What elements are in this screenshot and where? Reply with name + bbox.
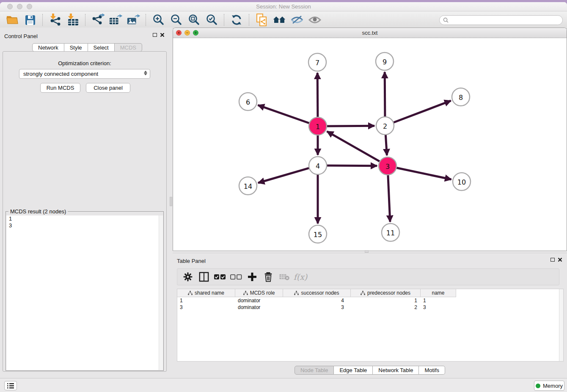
add-column-icon[interactable]	[245, 271, 259, 283]
settings-gear-icon[interactable]	[181, 271, 195, 283]
memory-status-icon	[536, 384, 540, 388]
edge-4-14[interactable]	[258, 168, 309, 183]
node-table[interactable]: shared name MCDS role successor nodes pr…	[177, 289, 564, 362]
network-view-window: × – + scc.txt 1234678910111415	[173, 28, 567, 251]
save-session-icon[interactable]	[23, 13, 37, 27]
delete-column-icon[interactable]	[261, 271, 275, 283]
search-input[interactable]	[451, 17, 559, 23]
result-item[interactable]: 3	[6, 222, 163, 229]
graph-node-8[interactable]: 8	[452, 88, 470, 106]
mcds-result-list[interactable]: 1 3	[6, 215, 163, 370]
tab-node-table[interactable]: Node Table	[295, 366, 334, 375]
task-history-button[interactable]	[4, 381, 17, 390]
graph-node-3[interactable]: 3	[379, 157, 396, 175]
show-graphics-details-icon[interactable]	[308, 13, 322, 27]
graph-node-9[interactable]: 9	[376, 52, 394, 70]
edge-2-8[interactable]	[394, 101, 451, 123]
column-header-name[interactable]: name	[421, 289, 456, 297]
edge-2-9[interactable]	[385, 72, 385, 117]
search-field[interactable]	[439, 15, 563, 25]
edge-3-1[interactable]	[327, 131, 380, 161]
network-window-titlebar: × – + scc.txt	[173, 28, 567, 38]
tab-select[interactable]: Select	[88, 43, 115, 52]
graph-node-15[interactable]: 15	[309, 225, 327, 243]
show-columns-icon[interactable]	[197, 271, 211, 283]
close-panel-button[interactable]: Close panel	[86, 83, 130, 93]
graph-node-11[interactable]: 11	[382, 224, 399, 241]
function-builder-icon[interactable]: f(x)	[293, 271, 308, 283]
graph-node-4[interactable]: 4	[309, 157, 327, 174]
column-header-predecessor-nodes[interactable]: predecessor nodes	[351, 289, 421, 297]
run-mcds-button[interactable]: Run MCDS	[40, 83, 80, 93]
duplicate-network-icon[interactable]	[255, 13, 268, 27]
edge-4-3[interactable]	[327, 166, 377, 166]
result-item[interactable]: 1	[6, 215, 163, 222]
network-title: scc.txt	[173, 30, 567, 36]
toolbar-separator	[85, 14, 85, 26]
home-view-icon[interactable]	[272, 13, 286, 27]
zoom-in-icon[interactable]	[151, 13, 165, 27]
tab-network-table[interactable]: Network Table	[373, 366, 419, 375]
svg-text:6: 6	[246, 98, 250, 106]
table-row[interactable]: 3 dominator 3 2 3	[177, 304, 563, 311]
export-table-icon[interactable]	[109, 13, 122, 27]
hide-graphics-details-icon[interactable]	[290, 13, 304, 27]
graph-node-14[interactable]: 14	[239, 177, 257, 195]
import-table-icon[interactable]	[66, 13, 80, 27]
float-table-panel-icon[interactable]	[550, 258, 555, 262]
export-image-icon[interactable]	[127, 13, 140, 27]
memory-label: Memory	[543, 383, 563, 389]
mcds-panel: Optimization criterion: strongly connect…	[3, 51, 167, 372]
tab-edge-table[interactable]: Edge Table	[334, 366, 373, 375]
svg-text:11: 11	[386, 229, 395, 237]
open-session-icon[interactable]	[6, 13, 19, 27]
export-network-icon[interactable]	[91, 13, 105, 27]
tab-style[interactable]: Style	[64, 43, 88, 52]
column-header-mcds-role[interactable]: MCDS role	[235, 289, 283, 297]
edge-1-6[interactable]	[258, 105, 310, 123]
edge-1-2[interactable]	[327, 126, 374, 126]
refresh-layout-icon[interactable]	[230, 13, 243, 27]
close-panel-icon[interactable]	[160, 33, 165, 37]
column-header-shared-name[interactable]: shared name	[177, 289, 235, 297]
edge-3-10[interactable]	[396, 168, 451, 179]
graph-node-6[interactable]: 6	[239, 93, 257, 110]
table-scrollbar[interactable]	[559, 289, 563, 361]
tab-motifs[interactable]: Motifs	[419, 366, 445, 375]
column-header-successor-nodes[interactable]: successor nodes	[283, 289, 351, 297]
graph-node-1[interactable]: 1	[309, 117, 327, 135]
mac-titlebar: Session: New Session	[0, 2, 567, 11]
criterion-select[interactable]: strongly connected component	[19, 69, 150, 79]
edge-1-7[interactable]	[317, 73, 318, 117]
select-all-checkboxes-icon[interactable]	[213, 271, 227, 283]
vertical-splitter[interactable]	[169, 28, 173, 378]
graph-node-2[interactable]: 2	[376, 117, 394, 135]
tab-mcds[interactable]: MCDS	[115, 43, 142, 52]
mcds-result-title: MCDS result (2 nodes)	[8, 208, 68, 215]
svg-text:14: 14	[244, 182, 252, 190]
mcds-result-group: MCDS result (2 nodes) 1 3	[6, 211, 164, 371]
float-panel-icon[interactable]	[153, 33, 157, 37]
edge-2-3[interactable]	[385, 135, 387, 155]
tab-network[interactable]: Network	[32, 43, 64, 52]
deselect-all-checkboxes-icon[interactable]	[229, 271, 243, 283]
toolbar-separator	[146, 14, 146, 26]
result-scrollbar[interactable]	[159, 215, 163, 370]
edge-3-11[interactable]	[388, 175, 390, 222]
import-network-icon[interactable]	[48, 13, 62, 27]
delete-table-icon[interactable]	[277, 271, 292, 283]
hierarchy-icon	[361, 291, 365, 295]
zoom-out-icon[interactable]	[169, 13, 183, 27]
control-panel: Control Panel Network Style Select MCDS …	[0, 28, 169, 378]
memory-button[interactable]: Memory	[534, 381, 564, 391]
criterion-selected-value: strongly connected component	[23, 71, 98, 77]
zoom-fit-icon[interactable]	[187, 13, 201, 27]
table-row[interactable]: 1 dominator 4 1 1	[177, 297, 563, 304]
close-table-panel-icon[interactable]	[558, 257, 562, 262]
graph-node-7[interactable]: 7	[308, 53, 326, 71]
graph-node-10[interactable]: 10	[453, 173, 471, 190]
splitter-grip[interactable]	[170, 197, 172, 206]
session-title: Session: New Session	[0, 3, 567, 10]
zoom-selected-icon[interactable]	[205, 13, 218, 27]
network-canvas[interactable]: 1234678910111415	[173, 38, 567, 251]
